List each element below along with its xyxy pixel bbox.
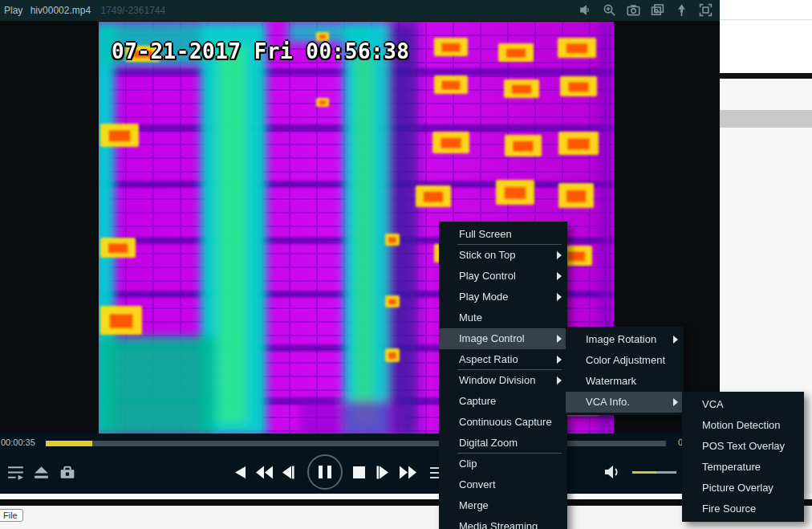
context-menu: Full ScreenStick on TopPlay ControlPlay … bbox=[439, 222, 567, 529]
step-back-button[interactable] bbox=[282, 466, 294, 482]
menu-item-image-rotation[interactable]: Image Rotation bbox=[566, 329, 684, 350]
player-controls: 00:00:35 0 bbox=[0, 433, 720, 494]
panel-black-bar bbox=[720, 73, 812, 79]
fullscreen-icon[interactable] bbox=[699, 3, 713, 17]
submenu-arrow-icon bbox=[673, 336, 678, 344]
menu-item-label: Motion Detection bbox=[702, 419, 781, 431]
toolbox-button[interactable] bbox=[58, 463, 77, 485]
menu-item-pos-text-overlay[interactable]: POS Text Overlay bbox=[682, 436, 804, 457]
fast-forward-button[interactable] bbox=[399, 466, 416, 482]
stick-on-top-icon[interactable] bbox=[675, 3, 688, 17]
menu-item-capture[interactable]: Capture bbox=[439, 391, 567, 412]
pause-button[interactable] bbox=[307, 454, 343, 490]
eject-button[interactable] bbox=[32, 463, 51, 485]
menu-item-label: Image Control bbox=[459, 332, 525, 344]
menu-item-convert[interactable]: Convert bbox=[439, 474, 567, 495]
player-window: Play hiv00002.mp4 1749/-2361744 bbox=[0, 0, 720, 494]
digital-zoom-icon[interactable] bbox=[603, 3, 616, 17]
menu-item-label: VCA Info. bbox=[586, 396, 630, 408]
menu-item-play-mode[interactable]: Play Mode bbox=[439, 287, 567, 307]
continuous-capture-icon[interactable] bbox=[651, 3, 664, 17]
menu-item-label: Watermark bbox=[586, 375, 636, 387]
menu-item-color-adjustment[interactable]: Color Adjustment bbox=[566, 350, 684, 371]
menu-item-label: Stick on Top bbox=[459, 249, 516, 261]
menu-item-mute[interactable]: Mute bbox=[439, 307, 567, 328]
titlebar-filename: hiv00002.mp4 bbox=[30, 5, 91, 16]
menu-item-label: Clip bbox=[459, 458, 477, 470]
menu-item-image-control[interactable]: Image Control bbox=[439, 328, 567, 349]
menu-item-label: Mute bbox=[459, 311, 482, 324]
titlebar-text: Play hiv00002.mp4 1749/-2361744 bbox=[4, 5, 165, 16]
progress-bar[interactable] bbox=[46, 441, 666, 446]
panel-divider bbox=[720, 19, 812, 20]
menu-item-play-control[interactable]: Play Control bbox=[439, 266, 567, 287]
panel-gray-row bbox=[720, 110, 812, 128]
volume-slider[interactable] bbox=[632, 471, 676, 474]
titlebar-toolbar bbox=[579, 3, 713, 17]
submenu-arrow-icon bbox=[557, 293, 562, 301]
file-menu-button[interactable]: File bbox=[0, 509, 23, 522]
image-control-submenu: Image RotationColor AdjustmentWatermarkV… bbox=[566, 327, 684, 415]
menu-item-label: Digital Zoom bbox=[459, 437, 518, 449]
submenu-arrow-icon bbox=[557, 251, 562, 259]
menu-item-fire-source[interactable]: Fire Source bbox=[682, 498, 804, 519]
screen: File Play hiv00002.mp4 1749/-2361744 bbox=[0, 0, 812, 529]
menu-item-label: Full Screen bbox=[459, 228, 512, 240]
menu-item-label: Image Rotation bbox=[586, 333, 656, 345]
menu-item-label: POS Text Overlay bbox=[702, 440, 785, 452]
menu-item-label: Color Adjustment bbox=[586, 354, 665, 366]
menu-item-label: Play Control bbox=[459, 270, 516, 282]
menu-item-label: Play Mode bbox=[459, 291, 508, 303]
menu-item-digital-zoom[interactable]: Digital Zoom bbox=[439, 433, 567, 454]
menu-item-label: Continuous Capture bbox=[459, 416, 552, 428]
menu-item-watermark[interactable]: Watermark bbox=[566, 371, 684, 392]
previous-button[interactable] bbox=[234, 466, 246, 482]
menu-item-temperature[interactable]: Temperature bbox=[682, 457, 804, 478]
player-titlebar: Play hiv00002.mp4 1749/-2361744 bbox=[0, 0, 720, 21]
video-timestamp-overlay: 07-21-2017 Fri 00:56:38 bbox=[112, 39, 410, 63]
menu-item-aspect-ratio[interactable]: Aspect Ratio bbox=[439, 349, 567, 370]
menu-item-label: Fire Source bbox=[702, 503, 756, 515]
capture-icon[interactable] bbox=[627, 3, 640, 17]
menu-item-clip[interactable]: Clip bbox=[439, 454, 567, 474]
playlist-button[interactable] bbox=[6, 463, 25, 485]
audio-output-icon[interactable] bbox=[579, 3, 592, 17]
submenu-arrow-icon bbox=[557, 356, 562, 364]
menu-item-window-division[interactable]: Window Division bbox=[439, 370, 567, 391]
menu-item-full-screen[interactable]: Full Screen bbox=[439, 224, 567, 245]
menu-item-picture-overlay[interactable]: Picture Overlay bbox=[682, 478, 804, 498]
stop-button[interactable] bbox=[353, 466, 365, 482]
menu-item-label: Picture Overlay bbox=[702, 482, 773, 494]
menu-item-merge[interactable]: Merge bbox=[439, 495, 567, 516]
rewind-button[interactable] bbox=[256, 466, 274, 482]
menu-item-label: Media Streaming bbox=[459, 520, 538, 529]
menu-item-label: Capture bbox=[459, 395, 496, 407]
menu-item-label: Merge bbox=[459, 499, 489, 511]
left-control-group bbox=[6, 463, 77, 485]
submenu-arrow-icon bbox=[557, 335, 562, 343]
menu-item-continuous-capture[interactable]: Continuous Capture bbox=[439, 412, 567, 433]
submenu-arrow-icon bbox=[557, 376, 562, 385]
menu-item-stick-on-top[interactable]: Stick on Top bbox=[439, 245, 567, 266]
menu-item-vca[interactable]: VCA bbox=[682, 394, 804, 415]
menu-item-label: VCA bbox=[702, 398, 724, 410]
menu-item-label: Convert bbox=[459, 478, 496, 490]
step-forward-button[interactable] bbox=[376, 466, 389, 482]
volume-fill bbox=[632, 471, 656, 474]
volume-icon[interactable] bbox=[603, 464, 623, 483]
titlebar-action: Play bbox=[4, 5, 22, 16]
menu-item-vca-info[interactable]: VCA Info. bbox=[566, 392, 684, 413]
submenu-arrow-icon bbox=[673, 398, 678, 406]
menu-item-media-streaming[interactable]: Media Streaming bbox=[439, 516, 567, 529]
menu-item-label: Window Division bbox=[459, 374, 535, 386]
progress-fill bbox=[46, 441, 92, 446]
submenu-arrow-icon bbox=[557, 272, 562, 280]
menu-item-motion-detection[interactable]: Motion Detection bbox=[682, 415, 804, 436]
vca-info-submenu: VCAMotion DetectionPOS Text OverlayTempe… bbox=[682, 392, 804, 522]
elapsed-time: 00:00:35 bbox=[1, 437, 35, 447]
menu-item-label: Aspect Ratio bbox=[459, 353, 518, 365]
frame-counter: 1749/-2361744 bbox=[100, 5, 165, 16]
menu-item-label: Temperature bbox=[702, 461, 761, 473]
